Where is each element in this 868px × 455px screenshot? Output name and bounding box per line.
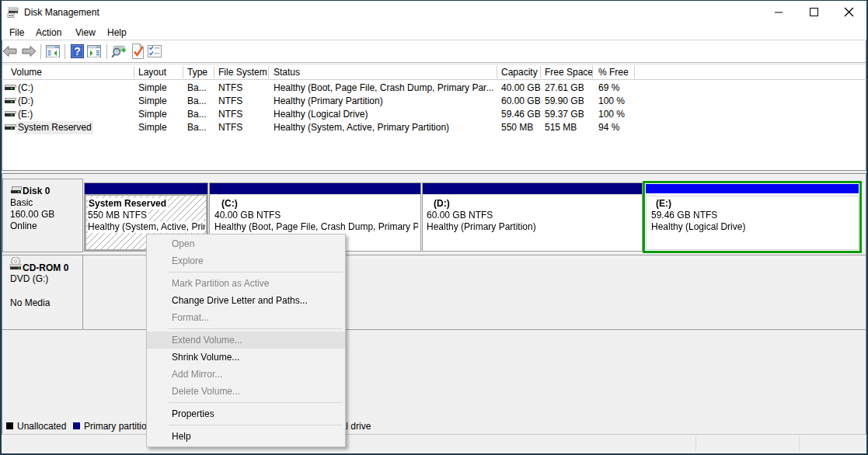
- svg-text:?: ?: [74, 45, 81, 57]
